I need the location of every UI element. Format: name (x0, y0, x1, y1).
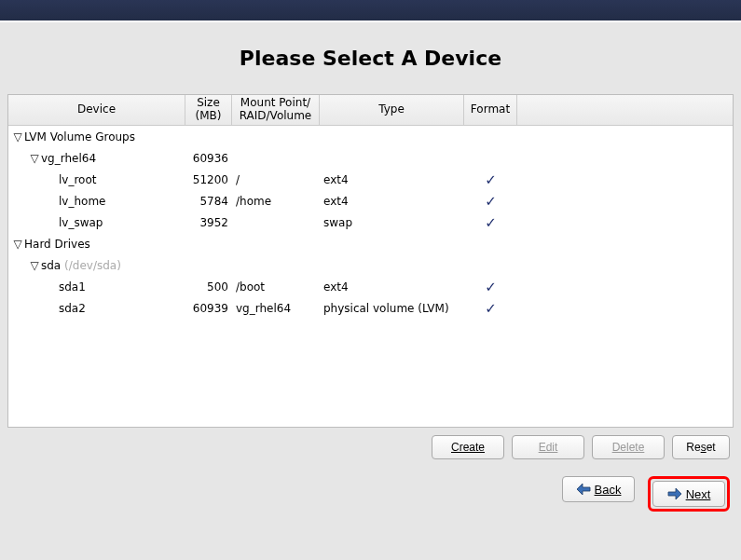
table-toolbar: Create Edit Delete Reset (7, 428, 734, 459)
col-mount[interactable]: Mount Point/ RAID/Volume (232, 95, 320, 125)
part-name: sda2 (59, 302, 86, 315)
part-size: 500 (185, 280, 232, 294)
next-label: Next (686, 487, 711, 501)
reset-label: Reset (686, 441, 715, 454)
part-mount: vg_rhel64 (232, 302, 320, 315)
table-row[interactable]: lv_home 5784 /home ext4 ✓ (8, 190, 733, 212)
group-label: LVM Volume Groups (24, 130, 135, 143)
lv-type: ext4 (320, 195, 464, 208)
reset-button[interactable]: Reset (672, 435, 730, 459)
lv-size: 51200 (185, 173, 232, 186)
group-row-hd[interactable]: ▽ Hard Drives (8, 233, 733, 254)
expand-icon[interactable]: ▽ (12, 131, 23, 143)
window-top-band (0, 0, 741, 22)
create-button[interactable]: Create (432, 435, 504, 459)
vg-name: vg_rhel64 (41, 152, 96, 165)
format-check-icon: ✓ (464, 300, 517, 317)
nav-bar: Back Next (0, 459, 741, 512)
lv-name: lv_home (59, 195, 105, 208)
next-highlight: Next (648, 476, 730, 512)
part-name: sda1 (59, 280, 86, 294)
disk-name: sda (41, 259, 61, 272)
group-row-lvm[interactable]: ▽ LVM Volume Groups (8, 126, 733, 147)
edit-button: Edit (512, 435, 584, 459)
page-title: Please Select A Device (7, 47, 734, 70)
part-type: physical volume (LVM) (320, 302, 464, 315)
part-type: ext4 (320, 280, 464, 294)
lv-mount: /home (232, 195, 320, 208)
table-row[interactable]: sda2 60939 vg_rhel64 physical volume (LV… (8, 297, 733, 319)
expand-icon[interactable]: ▽ (29, 153, 40, 164)
arrow-left-icon (576, 483, 591, 496)
part-size: 60939 (185, 302, 232, 315)
delete-button: Delete (592, 435, 665, 459)
device-table: Device Size (MB) Mount Point/ RAID/Volum… (7, 94, 734, 428)
expand-icon[interactable]: ▽ (12, 239, 23, 250)
table-header-row: Device Size (MB) Mount Point/ RAID/Volum… (8, 95, 733, 126)
format-check-icon: ✓ (464, 193, 517, 210)
col-spacer (517, 95, 733, 125)
group-label: Hard Drives (24, 238, 90, 251)
col-device[interactable]: Device (8, 95, 185, 125)
vg-row[interactable]: ▽ vg_rhel64 60936 (8, 147, 733, 169)
table-row[interactable]: sda1 500 /boot ext4 ✓ (8, 276, 733, 297)
disk-row[interactable]: ▽ sda (/dev/sda) (8, 254, 733, 276)
next-button[interactable]: Next (652, 481, 725, 507)
back-button[interactable]: Back (562, 476, 635, 502)
table-row[interactable]: lv_swap 3952 swap ✓ (8, 212, 733, 233)
delete-label: Delete (612, 441, 645, 454)
lv-name: lv_root (59, 173, 97, 186)
table-body[interactable]: ▽ LVM Volume Groups ▽ vg_rhel64 60936 lv… (8, 126, 733, 427)
format-check-icon: ✓ (464, 171, 517, 188)
lv-name: lv_swap (59, 216, 103, 229)
lv-mount: / (232, 173, 320, 186)
table-row[interactable]: lv_root 51200 / ext4 ✓ (8, 169, 733, 190)
create-label: Create (451, 441, 485, 454)
expand-icon[interactable]: ▽ (29, 260, 40, 271)
col-type[interactable]: Type (320, 95, 464, 125)
disk-path: (/dev/sda) (64, 259, 121, 272)
arrow-right-icon (667, 487, 682, 500)
back-label: Back (595, 483, 622, 497)
lv-size: 5784 (185, 195, 232, 208)
lv-type: swap (320, 216, 464, 229)
format-check-icon: ✓ (464, 279, 517, 295)
edit-label: Edit (539, 441, 558, 454)
lv-size: 3952 (185, 216, 232, 229)
part-mount: /boot (232, 280, 320, 294)
lv-type: ext4 (320, 173, 464, 186)
col-size[interactable]: Size (MB) (185, 95, 232, 125)
col-format[interactable]: Format (464, 95, 517, 125)
format-check-icon: ✓ (464, 214, 517, 231)
vg-size: 60936 (185, 152, 232, 165)
